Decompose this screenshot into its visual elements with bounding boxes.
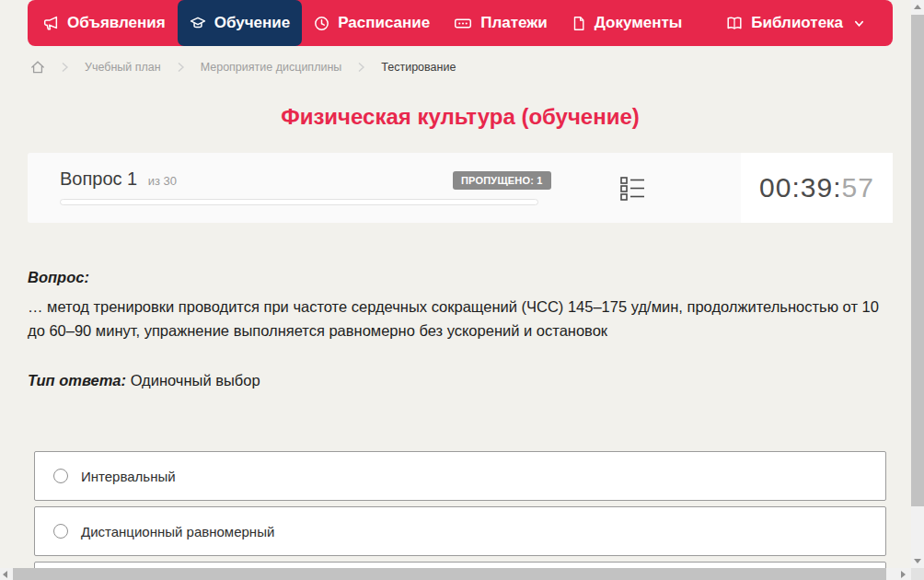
radio-button[interactable] [53, 469, 68, 483]
question-block: Вопрос: … метод тренировки проводится пр… [28, 269, 884, 342]
question-total-label: из 30 [148, 174, 177, 188]
scroll-up-arrow-icon[interactable] [914, 5, 921, 9]
question-header-card: Вопрос 1 из 30 ПРОПУЩЕНО: 1 00:39:57 [28, 153, 893, 223]
radio-button[interactable] [53, 524, 68, 539]
clock-icon [314, 16, 329, 31]
nav-item-payments[interactable]: Платежи [442, 0, 560, 46]
book-icon [726, 16, 743, 31]
question-list-icon [620, 176, 645, 203]
chevron-right-icon [177, 62, 185, 73]
chevron-right-icon [357, 62, 365, 73]
main-navbar: Объявления Обучение Расписание Платежи Д… [28, 0, 893, 46]
question-label: Вопрос: [28, 269, 884, 286]
nav-item-label: Документы [595, 14, 683, 32]
question-list-button[interactable] [620, 176, 645, 206]
answer-option[interactable]: Дистанционный равномерный [34, 506, 886, 556]
answer-option[interactable]: Интервальный [34, 451, 886, 501]
question-number: Вопрос 1 из 30 [60, 168, 177, 190]
nav-item-schedule[interactable]: Расписание [302, 0, 442, 46]
answer-type-label: Тип ответа: [28, 372, 126, 389]
answer-options: Интервальный Дистанционный равномерный [34, 451, 886, 580]
document-icon [572, 16, 586, 31]
megaphone-icon [43, 16, 59, 31]
answer-option-label: Интервальный [81, 469, 176, 484]
breadcrumb-item-testing: Тестирование [381, 61, 456, 74]
question-progress-bar [60, 199, 538, 205]
home-icon[interactable] [30, 60, 45, 75]
breadcrumb-item-discipline-event[interactable]: Мероприятие дисциплины [201, 61, 342, 74]
payments-icon [454, 16, 472, 31]
nav-item-learning[interactable]: Обучение [178, 0, 302, 46]
graduation-cap-icon [190, 16, 206, 31]
vertical-scrollbar[interactable] [911, 0, 924, 568]
nav-item-label: Объявления [67, 14, 166, 32]
answer-type-row: Тип ответа: Одиночный выбор [28, 372, 260, 389]
timer-seconds: 57 [842, 172, 874, 203]
chevron-right-icon [61, 62, 69, 73]
breadcrumb-item-study-plan[interactable]: Учебный план [85, 61, 161, 74]
question-number-label: Вопрос 1 [60, 168, 137, 189]
scrollbar-corner [911, 568, 924, 580]
page-title: Физическая культура (обучение) [28, 104, 893, 130]
question-text: … метод тренировки проводится при частот… [28, 295, 884, 342]
nav-item-label: Расписание [338, 14, 430, 32]
answer-option-label: Дистанционный равномерный [81, 524, 274, 539]
vertical-scrollbar-thumb[interactable] [911, 15, 924, 506]
horizontal-scrollbar-thumb[interactable] [13, 568, 886, 580]
nav-item-announcements[interactable]: Объявления [31, 0, 178, 46]
timer-minutes: 00:39: [759, 172, 841, 203]
horizontal-scrollbar[interactable] [0, 568, 911, 580]
scroll-right-arrow-icon[interactable] [901, 571, 906, 578]
chevron-down-icon [853, 17, 865, 29]
answer-type-value: Одиночный выбор [131, 372, 260, 389]
nav-item-documents[interactable]: Документы [560, 0, 695, 46]
scroll-left-arrow-icon[interactable] [3, 571, 7, 578]
timer: 00:39:57 [759, 172, 874, 203]
skipped-badge: ПРОПУЩЕНО: 1 [453, 171, 551, 190]
nav-item-label: Библиотека [751, 14, 843, 32]
nav-item-label: Платежи [480, 14, 548, 32]
scroll-down-arrow-icon[interactable] [914, 559, 921, 563]
breadcrumb: Учебный план Мероприятие дисциплины Тест… [30, 55, 456, 79]
nav-item-label: Обучение [214, 14, 290, 32]
timer-box: 00:39:57 [741, 153, 893, 223]
nav-item-library[interactable]: Библиотека [714, 0, 877, 46]
test-page: Объявления Обучение Расписание Платежи Д… [0, 0, 924, 580]
